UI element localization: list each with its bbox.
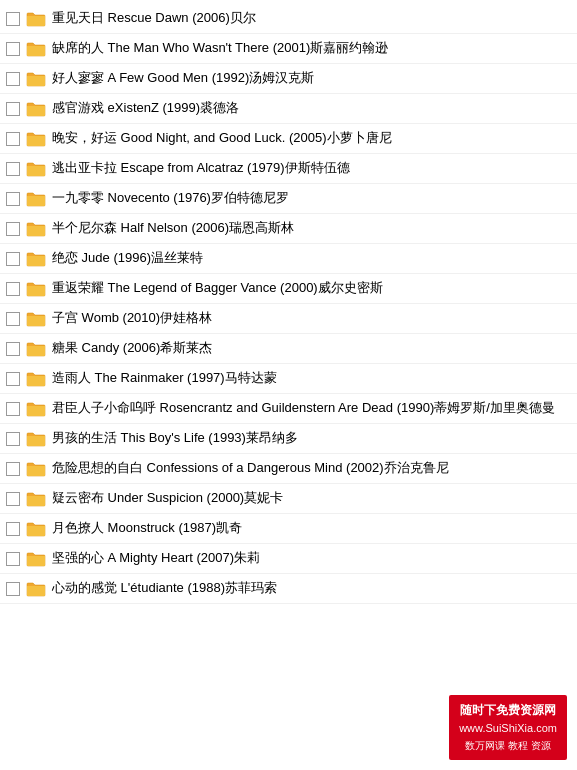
item-checkbox[interactable] [6,42,20,56]
item-checkbox[interactable] [6,252,20,266]
list-item[interactable]: 重返荣耀 The Legend of Bagger Vance (2000)威尔… [0,274,577,304]
item-checkbox[interactable] [6,102,20,116]
list-item[interactable]: 重见天日 Rescue Dawn (2006)贝尔 [0,4,577,34]
item-checkbox[interactable] [6,162,20,176]
item-label: 重见天日 Rescue Dawn (2006)贝尔 [52,9,569,27]
list-item[interactable]: 感官游戏 eXistenZ (1999)裘德洛 [0,94,577,124]
list-item[interactable]: 好人寥寥 A Few Good Men (1992)汤姆汉克斯 [0,64,577,94]
item-label: 感官游戏 eXistenZ (1999)裘德洛 [52,99,569,117]
item-label: 晚安，好运 Good Night, and Good Luck. (2005)小… [52,129,569,147]
item-checkbox[interactable] [6,492,20,506]
item-checkbox[interactable] [6,312,20,326]
folder-icon [26,101,46,117]
item-checkbox[interactable] [6,222,20,236]
folder-icon [26,11,46,27]
folder-icon [26,191,46,207]
file-list: 重见天日 Rescue Dawn (2006)贝尔 缺席的人 The Man W… [0,0,577,608]
list-item[interactable]: 逃出亚卡拉 Escape from Alcatraz (1979)伊斯特伍德 [0,154,577,184]
folder-icon [26,131,46,147]
folder-icon [26,311,46,327]
item-label: 糖果 Candy (2006)希斯莱杰 [52,339,569,357]
list-item[interactable]: 半个尼尔森 Half Nelson (2006)瑞恩高斯林 [0,214,577,244]
folder-icon [26,401,46,417]
item-label: 疑云密布 Under Suspicion (2000)莫妮卡 [52,489,569,507]
item-label: 绝恋 Jude (1996)温丝莱特 [52,249,569,267]
list-item[interactable]: 一九零零 Novecento (1976)罗伯特德尼罗 [0,184,577,214]
item-checkbox[interactable] [6,462,20,476]
item-checkbox[interactable] [6,582,20,596]
item-checkbox[interactable] [6,12,20,26]
item-label: 逃出亚卡拉 Escape from Alcatraz (1979)伊斯特伍德 [52,159,569,177]
watermark: 随时下免费资源网 www.SuiShiXia.com 数万网课 教程 资源 [449,695,567,760]
item-checkbox[interactable] [6,132,20,146]
item-label: 男孩的生活 This Boy's Life (1993)莱昂纳多 [52,429,569,447]
list-item[interactable]: 心动的感觉 L'étudiante (1988)苏菲玛索 [0,574,577,604]
item-label: 心动的感觉 L'étudiante (1988)苏菲玛索 [52,579,569,597]
list-item[interactable]: 绝恋 Jude (1996)温丝莱特 [0,244,577,274]
item-label: 缺席的人 The Man Who Wasn't There (2001)斯嘉丽约… [52,39,569,57]
item-checkbox[interactable] [6,342,20,356]
list-item[interactable]: 缺席的人 The Man Who Wasn't There (2001)斯嘉丽约… [0,34,577,64]
folder-icon [26,461,46,477]
list-item[interactable]: 坚强的心 A Mighty Heart (2007)朱莉 [0,544,577,574]
folder-icon [26,251,46,267]
folder-icon [26,581,46,597]
item-checkbox[interactable] [6,372,20,386]
item-label: 危险思想的自白 Confessions of a Dangerous Mind … [52,459,569,477]
list-item[interactable]: 君臣人子小命呜呼 Rosencrantz and Guildenstern Ar… [0,394,577,424]
folder-icon [26,161,46,177]
item-checkbox[interactable] [6,522,20,536]
folder-icon [26,41,46,57]
item-checkbox[interactable] [6,192,20,206]
item-checkbox[interactable] [6,432,20,446]
list-item[interactable]: 疑云密布 Under Suspicion (2000)莫妮卡 [0,484,577,514]
folder-icon [26,491,46,507]
folder-icon [26,281,46,297]
folder-icon [26,221,46,237]
item-label: 月色撩人 Moonstruck (1987)凯奇 [52,519,569,537]
item-checkbox[interactable] [6,282,20,296]
list-item[interactable]: 造雨人 The Rainmaker (1997)马特达蒙 [0,364,577,394]
item-label: 君臣人子小命呜呼 Rosencrantz and Guildenstern Ar… [52,399,569,417]
item-label: 造雨人 The Rainmaker (1997)马特达蒙 [52,369,569,387]
watermark-line1: 随时下免费资源网 [459,701,557,720]
item-label: 好人寥寥 A Few Good Men (1992)汤姆汉克斯 [52,69,569,87]
item-label: 一九零零 Novecento (1976)罗伯特德尼罗 [52,189,569,207]
watermark-line2: www.SuiShiXia.com [459,720,557,738]
list-item[interactable]: 晚安，好运 Good Night, and Good Luck. (2005)小… [0,124,577,154]
folder-icon [26,551,46,567]
folder-icon [26,431,46,447]
list-item[interactable]: 男孩的生活 This Boy's Life (1993)莱昂纳多 [0,424,577,454]
list-item[interactable]: 糖果 Candy (2006)希斯莱杰 [0,334,577,364]
item-label: 重返荣耀 The Legend of Bagger Vance (2000)威尔… [52,279,569,297]
watermark-line3: 数万网课 教程 资源 [459,738,557,754]
item-checkbox[interactable] [6,552,20,566]
item-checkbox[interactable] [6,402,20,416]
list-item[interactable]: 月色撩人 Moonstruck (1987)凯奇 [0,514,577,544]
list-item[interactable]: 危险思想的自白 Confessions of a Dangerous Mind … [0,454,577,484]
item-label: 子宫 Womb (2010)伊娃格林 [52,309,569,327]
folder-icon [26,341,46,357]
folder-icon [26,521,46,537]
item-label: 半个尼尔森 Half Nelson (2006)瑞恩高斯林 [52,219,569,237]
folder-icon [26,371,46,387]
folder-icon [26,71,46,87]
list-item[interactable]: 子宫 Womb (2010)伊娃格林 [0,304,577,334]
item-checkbox[interactable] [6,72,20,86]
item-label: 坚强的心 A Mighty Heart (2007)朱莉 [52,549,569,567]
